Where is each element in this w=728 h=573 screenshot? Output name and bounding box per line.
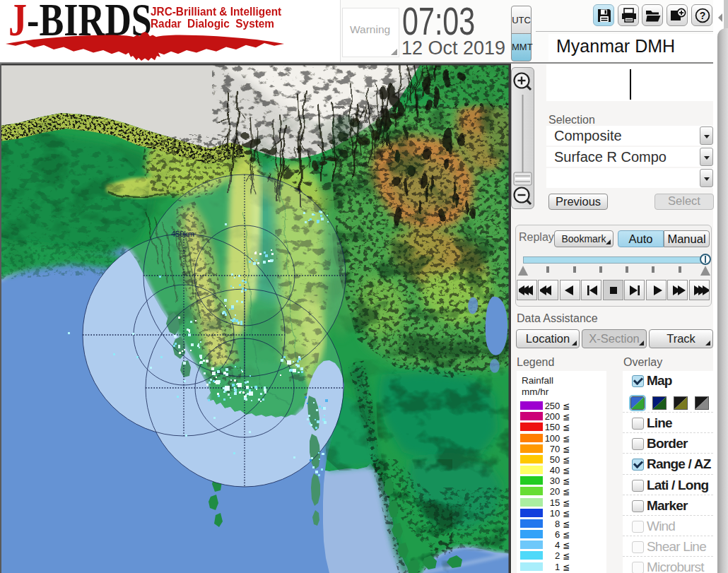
svg-text:450km: 450km (171, 230, 194, 238)
svg-text:?: ? (700, 10, 706, 21)
